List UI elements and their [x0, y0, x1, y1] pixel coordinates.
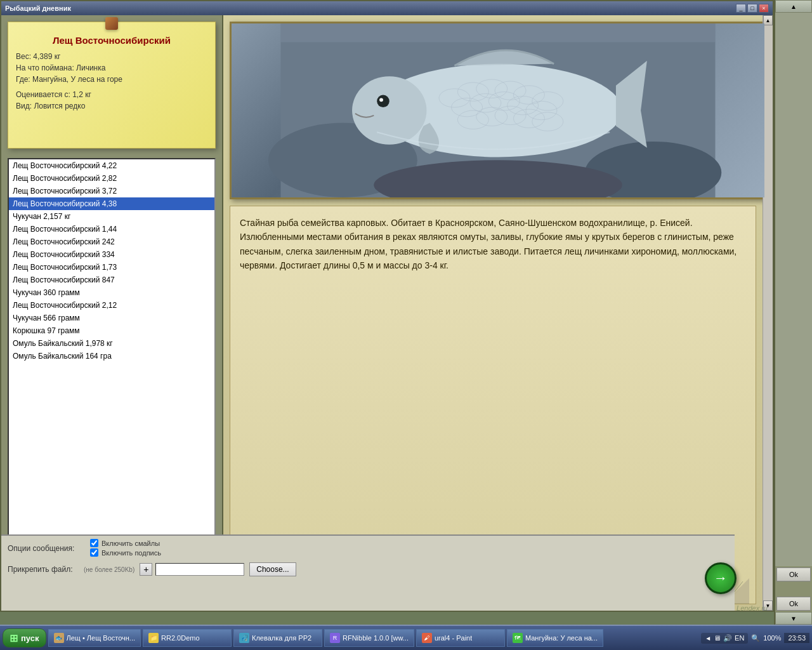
- title-bar: Рыбацкий дневник _ □ ×: [1, 1, 773, 15]
- fish-list-item-6[interactable]: Лещ Восточносибирский 242: [9, 235, 214, 248]
- svg-point-24: [379, 98, 383, 102]
- svg-rect-4: [281, 23, 716, 42]
- taskbar-item-label-4: ural4 - Paint: [435, 634, 472, 642]
- taskbar: ⊞ пуск 🐟 Лещ • Лещ Восточн... 📁 RR2.0Dem…: [0, 625, 812, 650]
- fish-list-item-1[interactable]: Лещ Восточносибирский 2,82: [9, 172, 214, 185]
- window-title: Рыбацкий дневник: [5, 4, 71, 12]
- include-signature-row: Включить подпись: [90, 548, 161, 557]
- zoom-value: 100%: [763, 634, 781, 642]
- taskbar-item-0[interactable]: 🐟 Лещ • Лещ Восточн...: [48, 629, 141, 647]
- taskbar-item-label-1: RR2.0Demo: [161, 634, 200, 642]
- taskbar-item-label-0: Лещ • Лещ Восточн...: [67, 634, 136, 642]
- outer-scroll-up[interactable]: ▲: [775, 0, 812, 13]
- fish-description: Стайная рыба семейства карповых. Обитает…: [240, 216, 746, 273]
- fish-photo: [232, 23, 764, 197]
- left-panel: Лещ Восточносибирский Вес: 4,389 кг На ч…: [1, 15, 223, 611]
- taskbar-icon-5: 🗺: [513, 633, 523, 643]
- include-smileys-label: Включить смайлы: [102, 540, 160, 547]
- fish-weight: Вес: 4,389 кг: [16, 52, 207, 61]
- taskbar-icon-3: R: [330, 633, 340, 643]
- taskbar-icon-2: 🎣: [239, 633, 249, 643]
- fish-list-item-14[interactable]: Омуль Байкальский 1,978 кг: [9, 337, 214, 350]
- fish-list-item-5[interactable]: Лещ Восточносибирский 1,44: [9, 223, 214, 235]
- attach-plus-button[interactable]: +: [140, 563, 152, 576]
- outer-scroll-down[interactable]: ▼: [775, 612, 812, 625]
- taskbar-item-4[interactable]: 🖌 ural4 - Paint: [416, 629, 505, 647]
- taskbar-item-5[interactable]: 🗺 Мангуйна: У леса на...: [507, 629, 603, 647]
- scroll-up-arrow[interactable]: ▲: [763, 15, 773, 25]
- attach-file-input[interactable]: [155, 563, 244, 576]
- taskbar-item-label-3: RFNibble 1.0.0 [ww...: [343, 634, 409, 642]
- fish-list-item-8[interactable]: Лещ Восточносибирский 1,73: [9, 261, 214, 274]
- spacer: [775, 583, 812, 595]
- fish-bait: На что поймана: Личинка: [16, 63, 207, 72]
- watermark: Lendex.ru: [737, 604, 768, 612]
- include-smileys-row: Включить смайлы: [90, 539, 161, 547]
- include-signature-label: Включить подпись: [102, 549, 161, 557]
- attach-label: Прикрепить файл:: [8, 565, 84, 574]
- main-content: Лещ Восточносибирский Вес: 4,389 кг На ч…: [1, 15, 773, 611]
- fish-list-item-13[interactable]: Корюшка 97 грамм: [9, 324, 214, 337]
- taskbar-icon-0: 🐟: [54, 633, 64, 643]
- fish-name: Лещ Восточносибирский: [16, 35, 207, 46]
- right-panel: ▲ ▼: [223, 15, 773, 611]
- taskbar-icon-1: 📁: [148, 633, 159, 643]
- svg-point-23: [377, 95, 390, 108]
- fish-list-item-9[interactable]: Лещ Восточносибирский 847: [9, 274, 214, 286]
- network-icon: 🖥: [714, 634, 721, 642]
- taskbar-right: ◄ 🖥 🔊 EN 🔍 100% 23:53: [701, 633, 809, 644]
- ok-button-2[interactable]: Ok: [776, 597, 811, 611]
- system-tray: ◄ 🖥 🔊 EN: [701, 633, 748, 644]
- close-button[interactable]: ×: [759, 4, 769, 13]
- outer-scroll-track: [775, 13, 812, 566]
- choose-button[interactable]: Choose...: [249, 562, 296, 576]
- attach-note: (не более 250Kb): [84, 566, 134, 573]
- fish-type: Вид: Ловится редко: [16, 102, 207, 110]
- fish-list-item-7[interactable]: Лещ Восточносибирский 334: [9, 248, 214, 261]
- fish-list-item-2[interactable]: Лещ Восточносибирский 3,72: [9, 185, 214, 197]
- app-window: Рыбацкий дневник _ □ × Лещ Восточносибир…: [0, 0, 774, 612]
- fish-info-card: Лещ Восточносибирский Вес: 4,389 кг На ч…: [8, 22, 216, 149]
- fish-location: Где: Мангуйна, У леса на горе: [16, 75, 207, 84]
- taskbar-item-label-2: Клевалка для PP2: [252, 634, 311, 642]
- fish-min-weight: Оценивается с: 1,2 кг: [16, 90, 207, 99]
- language-indicator: EN: [735, 634, 744, 642]
- fish-list-item-11[interactable]: Лещ Восточносибирский 2,12: [9, 299, 214, 312]
- taskbar-item-1[interactable]: 📁 RR2.0Demo: [143, 629, 232, 647]
- taskbar-item-2[interactable]: 🎣 Клевалка для PP2: [233, 629, 322, 647]
- system-clock: 23:53: [784, 633, 809, 643]
- message-options-label: Опции сообщения:: [8, 544, 84, 553]
- start-button-label: пуск: [21, 633, 39, 643]
- fish-photo-container: [230, 22, 766, 199]
- svg-point-22: [352, 76, 426, 145]
- tray-arrows: ◄: [705, 635, 711, 642]
- zoom-level: 🔍: [751, 634, 760, 642]
- taskbar-item-label-5: Мангуйна: У леса на...: [525, 634, 598, 642]
- minimize-button[interactable]: _: [736, 4, 746, 13]
- fish-list-item-10[interactable]: Чукучан 360 грамм: [9, 286, 214, 299]
- fish-list-item-3[interactable]: Лещ Восточносибирский 4,38: [9, 197, 214, 210]
- include-smileys-checkbox[interactable]: [90, 539, 98, 547]
- outer-right-panel: ▲ Ok Ok ▼: [774, 0, 812, 625]
- window-controls: _ □ ×: [736, 4, 769, 13]
- fish-list-item-12[interactable]: Чукучан 566 грамм: [9, 312, 214, 324]
- fish-list-item-4[interactable]: Чукучан 2,157 кг: [9, 210, 214, 223]
- taskbar-item-3[interactable]: R RFNibble 1.0.0 [ww...: [324, 629, 414, 647]
- next-arrow-button[interactable]: [705, 562, 737, 594]
- maximize-button[interactable]: □: [747, 4, 757, 13]
- attach-row: Прикрепить файл: (не более 250Kb) + Choo…: [8, 562, 728, 576]
- taskbar-icon-4: 🖌: [422, 633, 432, 643]
- fish-list-item-0[interactable]: Лещ Восточносибирский 4,22: [9, 159, 214, 172]
- ok-button-1[interactable]: Ok: [776, 567, 811, 581]
- fish-list-item-15[interactable]: Омуль Байкальский 164 гра: [9, 350, 214, 362]
- volume-icon: 🔊: [723, 634, 732, 642]
- include-signature-checkbox[interactable]: [90, 548, 98, 557]
- options-checkboxes: Включить смайлы Включить подпись: [90, 539, 161, 558]
- message-area: Опции сообщения: Включить смайлы Включит…: [1, 534, 735, 611]
- message-options-row: Опции сообщения: Включить смайлы Включит…: [8, 539, 728, 558]
- start-button[interactable]: ⊞ пуск: [3, 628, 46, 647]
- scroll-track: [763, 25, 773, 600]
